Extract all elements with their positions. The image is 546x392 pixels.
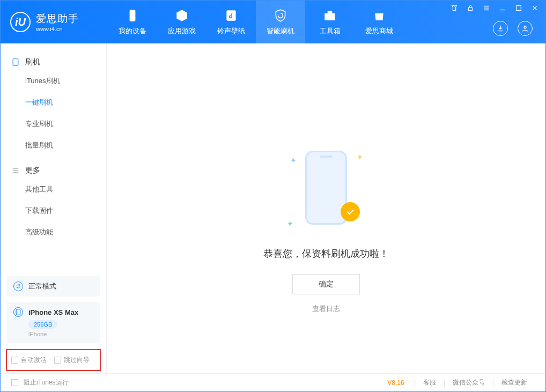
confirm-button[interactable]: 确定: [292, 274, 360, 294]
footer-link-support[interactable]: 客服: [416, 378, 444, 387]
close-icon[interactable]: [530, 4, 539, 12]
tab-label: 爱思商城: [365, 26, 393, 36]
tab-label: 我的设备: [119, 26, 146, 36]
highlighted-checkbox-bar: 自动激活 跳过向导: [6, 349, 101, 371]
footer: 阻止iTunes运行 V8.16 | 客服 | 微信公众号 | 检查更新: [1, 373, 545, 391]
sidebar-bottom: 正常模式 iPhone XS Max 256GB iPhone: [1, 271, 106, 349]
app-title: 爱思助手: [36, 12, 79, 26]
shield-refresh-icon: [273, 8, 288, 23]
mode-sync-icon: [13, 282, 23, 291]
svg-rect-2: [324, 13, 335, 20]
device-storage-badge: 256GB: [28, 320, 57, 329]
svg-rect-4: [469, 8, 473, 10]
footer-link-update[interactable]: 检查更新: [494, 378, 535, 387]
window-controls: [450, 4, 539, 12]
bag-icon: [372, 8, 387, 23]
tab-store[interactable]: 爱思商城: [355, 1, 404, 43]
check-label: 跳过向导: [64, 356, 90, 365]
logo-area[interactable]: iU 爱思助手 www.i4.cn: [1, 12, 108, 32]
mode-label: 正常模式: [28, 282, 56, 291]
tab-label: 智能刷机: [267, 26, 294, 36]
check-label: 自动激活: [21, 356, 47, 365]
list-icon: [11, 166, 20, 175]
tab-label: 工具箱: [320, 26, 341, 36]
sparkle-icon: ✦: [290, 156, 297, 165]
group-header-flash[interactable]: 刷机: [1, 54, 106, 70]
tab-apps-games[interactable]: 应用游戏: [157, 1, 206, 43]
sidebar-item-onekey-flash[interactable]: 一键刷机: [1, 92, 106, 113]
device-type: iPhone: [28, 331, 93, 337]
mode-card[interactable]: 正常模式: [7, 276, 100, 297]
sidebar: 刷机 iTunes刷机 一键刷机 专业刷机 批量刷机 更多 其他工具 下载固件 …: [1, 43, 107, 373]
check-skip-guide[interactable]: 跳过向导: [54, 356, 90, 365]
device-icon: [125, 8, 140, 23]
tab-ringtone-wallpaper[interactable]: 铃声壁纸: [206, 1, 256, 43]
sidebar-scroll: 刷机 iTunes刷机 一键刷机 专业刷机 批量刷机 更多 其他工具 下载固件 …: [1, 43, 106, 271]
sparkle-icon: ✦: [287, 219, 293, 228]
group-header-more[interactable]: 更多: [1, 162, 106, 179]
sidebar-item-batch-flash[interactable]: 批量刷机: [1, 135, 106, 156]
success-message: 恭喜您，保资料刷机成功啦！: [263, 247, 389, 260]
minimize-icon[interactable]: [498, 4, 507, 12]
lock-icon[interactable]: [466, 4, 475, 12]
sidebar-item-itunes-flash[interactable]: iTunes刷机: [1, 70, 106, 92]
footer-check-label: 阻止iTunes运行: [24, 378, 69, 387]
toolbox-icon: [322, 8, 337, 23]
tab-smart-flash[interactable]: 智能刷机: [256, 1, 305, 43]
sparkle-icon: ✦: [357, 153, 363, 161]
checkbox-icon[interactable]: [11, 357, 18, 364]
group-title: 刷机: [25, 57, 40, 67]
sidebar-item-pro-flash[interactable]: 专业刷机: [1, 113, 106, 135]
checkbox-icon[interactable]: [54, 357, 61, 364]
music-icon: [224, 8, 239, 23]
check-auto-activate[interactable]: 自动激活: [11, 356, 47, 365]
sidebar-group-more: 更多 其他工具 下载固件 高级功能: [1, 156, 106, 243]
download-icon[interactable]: [493, 21, 508, 36]
svg-rect-8: [16, 309, 20, 315]
checkbox-icon[interactable]: [11, 379, 18, 386]
app-window: iU 爱思助手 www.i4.cn 我的设备 应用游戏 铃声壁纸 智能刷机: [0, 0, 546, 392]
view-log-link[interactable]: 查看日志: [312, 304, 340, 314]
success-graphic: ✦ ✦ ✦: [291, 151, 361, 231]
tab-toolbox[interactable]: 工具箱: [305, 1, 355, 43]
sidebar-item-advanced[interactable]: 高级功能: [1, 221, 106, 243]
svg-rect-3: [328, 11, 333, 13]
svg-rect-7: [13, 59, 18, 66]
header: iU 爱思助手 www.i4.cn 我的设备 应用游戏 铃声壁纸 智能刷机: [1, 1, 545, 43]
maximize-icon[interactable]: [514, 4, 523, 12]
svg-point-6: [524, 26, 526, 28]
app-logo-icon: iU: [10, 12, 31, 32]
checkmark-badge-icon: [341, 202, 360, 221]
body: 刷机 iTunes刷机 一键刷机 专业刷机 批量刷机 更多 其他工具 下载固件 …: [1, 43, 545, 373]
device-phone-icon: [13, 307, 23, 317]
svg-rect-1: [226, 10, 235, 21]
sidebar-item-other-tools[interactable]: 其他工具: [1, 179, 106, 200]
sidebar-group-flash: 刷机 iTunes刷机 一键刷机 专业刷机 批量刷机: [1, 48, 106, 156]
svg-rect-5: [517, 6, 521, 11]
footer-link-wechat[interactable]: 微信公众号: [445, 378, 492, 387]
logo-text-block: 爱思助手 www.i4.cn: [36, 12, 79, 32]
tab-my-device[interactable]: 我的设备: [108, 1, 157, 43]
user-icon[interactable]: [518, 21, 533, 36]
menu-icon[interactable]: [482, 4, 491, 12]
nav-tabs: 我的设备 应用游戏 铃声壁纸 智能刷机 工具箱 爱思商城: [108, 1, 404, 43]
device-name: iPhone XS Max: [28, 308, 78, 316]
cube-icon: [174, 8, 189, 23]
header-right-icons: [493, 21, 533, 36]
group-title: 更多: [25, 166, 40, 175]
tab-label: 应用游戏: [168, 26, 196, 36]
phone-outline-icon: [11, 58, 20, 66]
version-label: V8.16: [387, 379, 404, 387]
sidebar-item-download-firmware[interactable]: 下载固件: [1, 200, 106, 221]
main-content: ✦ ✦ ✦ 恭喜您，保资料刷机成功啦！ 确定 查看日志: [107, 43, 545, 373]
device-card[interactable]: iPhone XS Max 256GB iPhone: [7, 302, 100, 343]
tab-label: 铃声壁纸: [217, 26, 245, 36]
app-subtitle: www.i4.cn: [36, 26, 79, 32]
shirt-icon[interactable]: [450, 4, 459, 12]
check-block-itunes[interactable]: 阻止iTunes运行: [11, 378, 69, 387]
svg-rect-0: [130, 10, 136, 21]
